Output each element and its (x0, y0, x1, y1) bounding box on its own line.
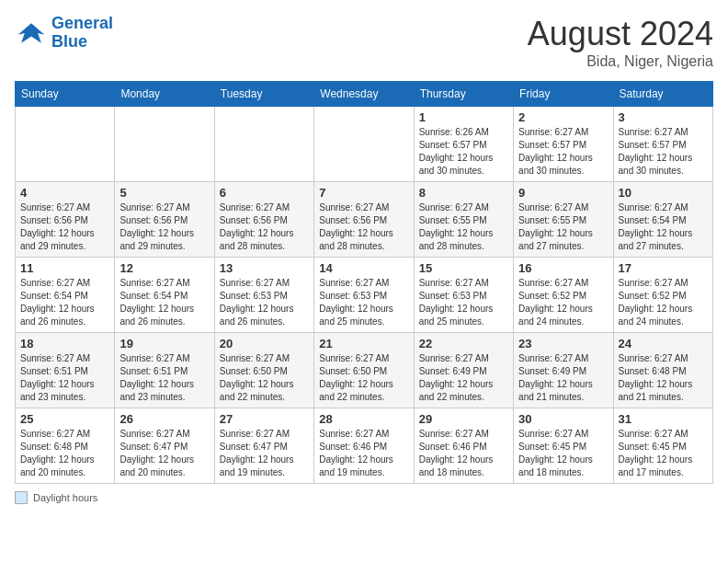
calendar-cell (314, 107, 414, 182)
day-info: Sunrise: 6:27 AM Sunset: 6:53 PM Dayligh… (319, 277, 408, 328)
day-info: Sunrise: 6:27 AM Sunset: 6:54 PM Dayligh… (20, 277, 109, 328)
day-number: 31 (619, 412, 708, 426)
day-number: 4 (20, 186, 109, 200)
calendar-cell (214, 107, 313, 182)
calendar-cell: 27Sunrise: 6:27 AM Sunset: 6:47 PM Dayli… (214, 408, 313, 484)
day-number: 12 (119, 261, 209, 275)
header-day-tuesday: Tuesday (214, 82, 313, 107)
day-info: Sunrise: 6:27 AM Sunset: 6:56 PM Dayligh… (319, 201, 408, 253)
day-info: Sunrise: 6:27 AM Sunset: 6:50 PM Dayligh… (220, 352, 309, 404)
calendar-cell: 13Sunrise: 6:27 AM Sunset: 6:53 PM Dayli… (214, 258, 313, 333)
calendar-cell: 21Sunrise: 6:27 AM Sunset: 6:50 PM Dayli… (314, 333, 414, 408)
day-number: 19 (119, 337, 209, 350)
day-number: 13 (220, 261, 309, 275)
day-info: Sunrise: 6:27 AM Sunset: 6:51 PM Dayligh… (20, 352, 109, 404)
calendar-cell: 28Sunrise: 6:27 AM Sunset: 6:46 PM Dayli… (314, 408, 414, 484)
logo-icon (15, 17, 48, 50)
calendar-cell: 30Sunrise: 6:27 AM Sunset: 6:45 PM Dayli… (514, 408, 613, 484)
calendar-cell: 23Sunrise: 6:27 AM Sunset: 6:49 PM Dayli… (514, 333, 613, 408)
logo: GeneralBlue (15, 15, 113, 52)
day-info: Sunrise: 6:27 AM Sunset: 6:46 PM Dayligh… (319, 428, 408, 479)
day-info: Sunrise: 6:27 AM Sunset: 6:47 PM Dayligh… (220, 428, 309, 479)
day-info: Sunrise: 6:27 AM Sunset: 6:45 PM Dayligh… (518, 428, 608, 479)
day-number: 28 (319, 412, 408, 426)
calendar-cell: 7Sunrise: 6:27 AM Sunset: 6:56 PM Daylig… (314, 182, 414, 258)
day-number: 29 (419, 412, 508, 426)
day-number: 22 (419, 337, 508, 350)
day-info: Sunrise: 6:27 AM Sunset: 6:46 PM Dayligh… (419, 428, 508, 479)
day-info: Sunrise: 6:27 AM Sunset: 6:51 PM Dayligh… (119, 352, 209, 404)
calendar-cell: 17Sunrise: 6:27 AM Sunset: 6:52 PM Dayli… (613, 258, 712, 333)
day-info: Sunrise: 6:27 AM Sunset: 6:52 PM Dayligh… (518, 277, 608, 328)
day-info: Sunrise: 6:27 AM Sunset: 6:52 PM Dayligh… (619, 277, 708, 328)
calendar-cell: 29Sunrise: 6:27 AM Sunset: 6:46 PM Dayli… (414, 408, 513, 484)
header-day-thursday: Thursday (414, 82, 513, 107)
calendar-cell (115, 107, 214, 182)
calendar-cell: 22Sunrise: 6:27 AM Sunset: 6:49 PM Dayli… (414, 333, 513, 408)
day-info: Sunrise: 6:27 AM Sunset: 6:55 PM Dayligh… (518, 201, 608, 253)
calendar-cell: 2Sunrise: 6:27 AM Sunset: 6:57 PM Daylig… (514, 107, 613, 182)
day-number: 26 (119, 412, 209, 426)
day-info: Sunrise: 6:27 AM Sunset: 6:50 PM Dayligh… (319, 352, 408, 404)
day-number: 9 (518, 186, 608, 200)
calendar-cell: 9Sunrise: 6:27 AM Sunset: 6:55 PM Daylig… (514, 182, 613, 258)
day-number: 18 (20, 337, 109, 350)
day-number: 7 (319, 186, 408, 200)
calendar-cell: 15Sunrise: 6:27 AM Sunset: 6:53 PM Dayli… (414, 258, 513, 333)
day-info: Sunrise: 6:27 AM Sunset: 6:45 PM Dayligh… (619, 428, 708, 479)
day-number: 14 (319, 261, 408, 275)
day-number: 30 (518, 412, 608, 426)
day-info: Sunrise: 6:27 AM Sunset: 6:49 PM Dayligh… (518, 352, 608, 404)
calendar-cell: 5Sunrise: 6:27 AM Sunset: 6:56 PM Daylig… (115, 182, 214, 258)
week-row-3: 11Sunrise: 6:27 AM Sunset: 6:54 PM Dayli… (16, 258, 713, 333)
calendar-cell: 14Sunrise: 6:27 AM Sunset: 6:53 PM Dayli… (314, 258, 414, 333)
day-number: 8 (419, 186, 508, 200)
header-day-sunday: Sunday (16, 82, 115, 107)
day-info: Sunrise: 6:27 AM Sunset: 6:56 PM Dayligh… (20, 201, 109, 253)
day-number: 11 (20, 261, 109, 275)
day-number: 5 (119, 186, 209, 200)
header-day-friday: Friday (514, 82, 613, 107)
day-number: 1 (419, 110, 508, 124)
calendar-table: SundayMondayTuesdayWednesdayThursdayFrid… (15, 81, 713, 484)
title-block: August 2024 Bida, Niger, Nigeria (528, 15, 713, 70)
day-info: Sunrise: 6:27 AM Sunset: 6:48 PM Dayligh… (20, 428, 109, 479)
week-row-4: 18Sunrise: 6:27 AM Sunset: 6:51 PM Dayli… (16, 333, 713, 408)
day-info: Sunrise: 6:27 AM Sunset: 6:49 PM Dayligh… (419, 352, 508, 404)
calendar-cell: 24Sunrise: 6:27 AM Sunset: 6:48 PM Dayli… (613, 333, 712, 408)
month-title: August 2024 (528, 15, 713, 53)
day-number: 3 (619, 110, 708, 124)
week-row-1: 1Sunrise: 6:26 AM Sunset: 6:57 PM Daylig… (16, 107, 713, 182)
day-number: 25 (20, 412, 109, 426)
calendar-cell: 1Sunrise: 6:26 AM Sunset: 6:57 PM Daylig… (414, 107, 513, 182)
svg-marker-0 (18, 23, 45, 43)
day-info: Sunrise: 6:26 AM Sunset: 6:57 PM Dayligh… (419, 126, 508, 178)
day-info: Sunrise: 6:27 AM Sunset: 6:56 PM Dayligh… (119, 201, 209, 253)
day-number: 20 (220, 337, 309, 350)
header-day-monday: Monday (115, 82, 214, 107)
day-info: Sunrise: 6:27 AM Sunset: 6:57 PM Dayligh… (619, 126, 708, 178)
day-info: Sunrise: 6:27 AM Sunset: 6:47 PM Dayligh… (119, 428, 209, 479)
footer: Daylight hours (15, 491, 713, 504)
daylight-label: Daylight hours (33, 492, 97, 503)
daylight-legend-box (15, 491, 28, 504)
calendar-cell: 20Sunrise: 6:27 AM Sunset: 6:50 PM Dayli… (214, 333, 313, 408)
day-info: Sunrise: 6:27 AM Sunset: 6:54 PM Dayligh… (619, 201, 708, 253)
calendar-body: 1Sunrise: 6:26 AM Sunset: 6:57 PM Daylig… (16, 107, 713, 484)
day-number: 27 (220, 412, 309, 426)
day-info: Sunrise: 6:27 AM Sunset: 6:55 PM Dayligh… (419, 201, 508, 253)
calendar-cell: 18Sunrise: 6:27 AM Sunset: 6:51 PM Dayli… (16, 333, 115, 408)
day-number: 21 (319, 337, 408, 350)
day-number: 10 (619, 186, 708, 200)
calendar-cell: 8Sunrise: 6:27 AM Sunset: 6:55 PM Daylig… (414, 182, 513, 258)
calendar-cell: 26Sunrise: 6:27 AM Sunset: 6:47 PM Dayli… (115, 408, 214, 484)
day-number: 24 (619, 337, 708, 350)
day-info: Sunrise: 6:27 AM Sunset: 6:48 PM Dayligh… (619, 352, 708, 404)
calendar-cell: 6Sunrise: 6:27 AM Sunset: 6:56 PM Daylig… (214, 182, 313, 258)
day-info: Sunrise: 6:27 AM Sunset: 6:56 PM Dayligh… (220, 201, 309, 253)
day-number: 15 (419, 261, 508, 275)
day-info: Sunrise: 6:27 AM Sunset: 6:53 PM Dayligh… (419, 277, 508, 328)
calendar-cell: 16Sunrise: 6:27 AM Sunset: 6:52 PM Dayli… (514, 258, 613, 333)
day-number: 6 (220, 186, 309, 200)
calendar-cell: 19Sunrise: 6:27 AM Sunset: 6:51 PM Dayli… (115, 333, 214, 408)
